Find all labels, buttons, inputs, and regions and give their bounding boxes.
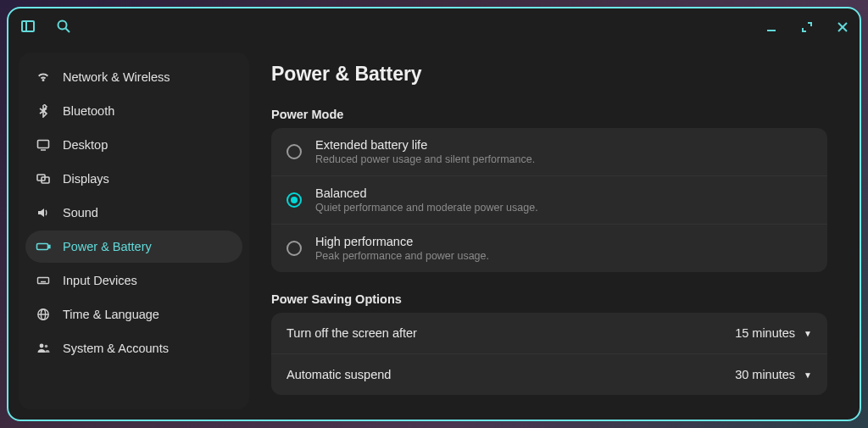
users-icon: [36, 341, 51, 356]
sidebar-item-label: Input Devices: [63, 274, 137, 287]
wifi-icon: [36, 69, 51, 85]
minimize-button[interactable]: [766, 21, 776, 35]
sidebar-item-label: Power & Battery: [63, 240, 152, 253]
sidebar-item-label: System & Accounts: [63, 342, 169, 355]
sidebar-item-label: Displays: [63, 172, 109, 186]
option-label: Automatic suspend: [287, 368, 391, 381]
sidebar-item-label: Time & Language: [63, 308, 159, 321]
option-value-text: 30 minutes: [735, 368, 795, 381]
keyboard-icon: [36, 273, 51, 288]
displays-icon: [36, 171, 51, 186]
power-mode-option-performance[interactable]: High performance Peak performance and po…: [271, 224, 827, 272]
settings-window: Network & Wireless Bluetooth Desktop Dis…: [7, 7, 861, 421]
sidebar-item-displays[interactable]: Displays: [25, 163, 242, 195]
desktop-icon: [36, 137, 51, 153]
svg-rect-7: [38, 141, 49, 148]
power-mode-option-extended[interactable]: Extended battery life Reduced power usag…: [271, 128, 827, 175]
radio-icon: [287, 241, 302, 256]
sidebar-item-bluetooth[interactable]: Bluetooth: [25, 95, 242, 127]
sidebar-item-label: Desktop: [63, 138, 108, 152]
page-title: Power & Battery: [271, 63, 827, 86]
option-title: Balanced: [315, 186, 538, 200]
svg-point-23: [40, 344, 44, 348]
bluetooth-icon: [36, 103, 51, 119]
sidebar-item-input[interactable]: Input Devices: [25, 264, 242, 297]
sidebar-item-label: Network & Wireless: [63, 70, 170, 84]
svg-rect-13: [38, 278, 49, 284]
svg-rect-12: [48, 246, 50, 248]
svg-point-2: [58, 21, 67, 30]
svg-line-3: [66, 29, 70, 33]
option-value-text: 15 minutes: [735, 326, 795, 340]
option-title: Extended battery life: [315, 138, 535, 152]
radio-icon: [287, 144, 302, 159]
panel-toggle-icon[interactable]: [20, 19, 36, 37]
battery-icon: [36, 239, 51, 254]
option-label: Turn off the screen after: [287, 326, 417, 340]
option-desc: Reduced power usage and silent performan…: [315, 153, 535, 165]
option-desc: Peak performance and power usage.: [315, 250, 489, 262]
sidebar-item-desktop[interactable]: Desktop: [25, 129, 242, 161]
sidebar: Network & Wireless Bluetooth Desktop Dis…: [19, 53, 249, 409]
option-title: High performance: [315, 235, 489, 248]
section-label-power-saving: Power Saving Options: [271, 292, 827, 306]
sidebar-item-time-language[interactable]: Time & Language: [25, 298, 242, 331]
screen-off-row[interactable]: Turn off the screen after 15 minutes ▼: [271, 313, 827, 353]
chevron-down-icon: ▼: [804, 329, 812, 338]
screen-off-dropdown[interactable]: 15 minutes ▼: [735, 326, 812, 340]
sidebar-item-label: Sound: [63, 206, 98, 220]
sidebar-item-label: Bluetooth: [63, 104, 114, 118]
search-icon[interactable]: [56, 19, 71, 37]
sidebar-item-system[interactable]: System & Accounts: [25, 332, 242, 364]
globe-icon: [36, 307, 51, 322]
sound-icon: [36, 205, 51, 220]
power-saving-card: Turn off the screen after 15 minutes ▼ A…: [271, 313, 827, 395]
power-mode-card: Extended battery life Reduced power usag…: [271, 128, 827, 272]
close-button[interactable]: [837, 21, 848, 35]
maximize-button[interactable]: [802, 21, 812, 35]
sidebar-item-network[interactable]: Network & Wireless: [25, 61, 242, 93]
sidebar-item-power[interactable]: Power & Battery: [25, 231, 242, 263]
titlebar: [8, 8, 860, 47]
main-content: Power & Battery Power Mode Extended batt…: [261, 53, 849, 409]
power-mode-option-balanced[interactable]: Balanced Quiet performance and moderate …: [271, 175, 827, 224]
section-label-power-mode: Power Mode: [271, 108, 827, 121]
chevron-down-icon: ▼: [804, 370, 812, 380]
svg-point-24: [45, 345, 48, 348]
svg-rect-11: [37, 244, 48, 250]
option-desc: Quiet performance and moderate power usa…: [315, 202, 538, 214]
radio-icon: [287, 192, 302, 208]
auto-suspend-row[interactable]: Automatic suspend 30 minutes ▼: [271, 353, 827, 395]
svg-rect-0: [22, 21, 34, 31]
auto-suspend-dropdown[interactable]: 30 minutes ▼: [735, 368, 812, 381]
sidebar-item-sound[interactable]: Sound: [25, 197, 242, 229]
